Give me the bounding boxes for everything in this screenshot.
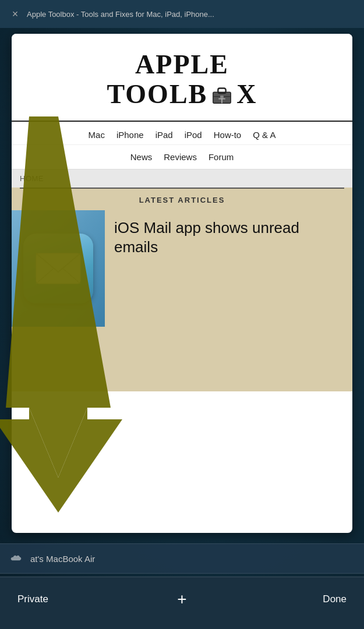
svg-rect-5 — [220, 96, 224, 98]
envelope-svg — [35, 252, 82, 285]
private-button[interactable]: Private — [17, 593, 52, 605]
articles-section: LATEST ARTICLES iOS Mail — [12, 188, 352, 391]
nav-howto[interactable]: How-to — [208, 128, 248, 142]
site-nav-secondary: News Reviews Forum — [12, 145, 352, 169]
nav-reviews[interactable]: Reviews — [158, 150, 203, 164]
logo-toolb: TOOLB — [107, 80, 207, 109]
articles-title: LATEST ARTICLES — [12, 189, 352, 210]
mail-app-icon — [23, 234, 93, 303]
nav-iphone[interactable]: iPhone — [111, 128, 150, 142]
svg-rect-6 — [36, 253, 80, 284]
article-image — [12, 210, 105, 327]
tab-bar: × Apple Toolbox - Tools and Fixes for Ma… — [0, 0, 364, 28]
nav-ipod[interactable]: iPod — [179, 128, 208, 142]
article-text: iOS Mail app shows unread emails — [105, 210, 352, 327]
breadcrumb: HOME — [12, 169, 352, 188]
website-card: APPLE TOOLB X — [12, 34, 352, 533]
done-button[interactable]: Done — [312, 593, 347, 605]
add-tab-button[interactable]: + — [165, 590, 200, 609]
bottom-toolbar: Private + Done — [0, 577, 364, 629]
site-logo-line2: TOOLB X — [23, 80, 341, 109]
nav-forum[interactable]: Forum — [203, 150, 239, 164]
toolbox-icon — [208, 84, 235, 105]
icloud-tab[interactable]: at's MacBook Air — [0, 543, 364, 574]
nav-qa[interactable]: Q & A — [247, 128, 281, 142]
nav-ipad[interactable]: iPad — [150, 128, 179, 142]
site-header: APPLE TOOLB X — [12, 34, 352, 122]
tab-title: Apple Toolbox - Tools and Fixes for Mac,… — [27, 10, 357, 19]
icloud-tab-text: at's MacBook Air — [30, 554, 95, 564]
article-row: iOS Mail app shows unread emails — [12, 210, 352, 327]
site-nav-primary: Mac iPhone iPad iPod How-to Q & A — [12, 122, 352, 145]
tab-close-button[interactable]: × — [7, 6, 23, 22]
site-logo-line1: APPLE — [23, 50, 341, 80]
cloud-icon — [9, 552, 22, 566]
nav-news[interactable]: News — [125, 150, 158, 164]
logo-x: X — [236, 80, 257, 109]
article-headline[interactable]: iOS Mail app shows unread emails — [114, 218, 343, 256]
nav-mac[interactable]: Mac — [83, 128, 111, 142]
